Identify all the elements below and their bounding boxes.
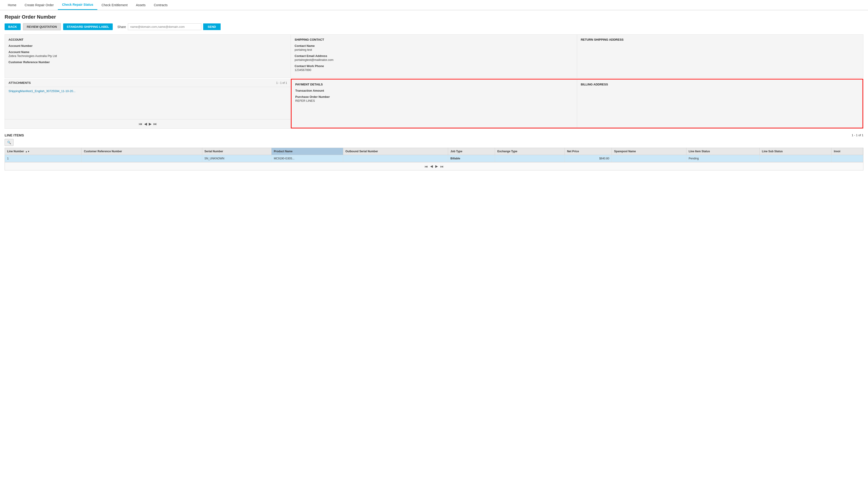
line-items-table-wrapper: Line Number ▲▼ Customer Reference Number… <box>5 148 863 171</box>
col-job-type: Job Type <box>448 148 495 155</box>
nav-item-assets[interactable]: Assets <box>132 0 150 10</box>
table-pagination-prev[interactable]: ◀ <box>430 164 433 169</box>
line-items-title: LINE ITEMS <box>5 133 24 137</box>
col-customer-ref: Customer Reference Number <box>82 148 202 155</box>
purchase-order-field: Purchase Order Number REFER LINES <box>295 95 573 102</box>
shipping-contact-title: SHIPPING CONTACT <box>294 38 573 41</box>
table-footer: ⏮ ◀ ▶ ⏭ <box>5 162 863 170</box>
billing-title: BILLING ADDRESS <box>581 83 859 86</box>
account-name-field: Account Name Zebra Technologies Australi… <box>8 50 287 58</box>
contact-email-value: portalregtest@mailinator.com <box>294 58 573 62</box>
attachments-footer: ⏮ ◀ ▶ ⏭ <box>5 119 291 128</box>
return-shipping-section: RETURN SHIPPING ADDRESS <box>577 35 863 78</box>
contact-email-field: Contact Email Address portalregtest@mail… <box>294 54 573 62</box>
pagination-prev[interactable]: ◀ <box>144 122 147 126</box>
contact-phone-label: Contact Work Phone <box>294 64 573 68</box>
review-quotation-button[interactable]: REVIEW QUOTATION <box>23 23 61 30</box>
nav-item-home[interactable]: Home <box>4 0 21 10</box>
toolbar: BACK REVIEW QUOTATION STANDARD SHIPPING … <box>5 23 863 30</box>
table-pagination-first[interactable]: ⏮ <box>425 164 428 169</box>
purchase-order-value: REFER LINES <box>295 99 573 102</box>
nav-bar: Home Create Repair Order Check Repair St… <box>0 0 868 10</box>
bottom-grid: ATTACHMENTS 1 - 1 of 1 ShippingManifest1… <box>5 79 863 129</box>
page-content: Repair Order Number BACK REVIEW QUOTATIO… <box>0 10 868 174</box>
line-items-count: 1 - 1 of 1 <box>852 133 863 137</box>
return-shipping-title: RETURN SHIPPING ADDRESS <box>581 38 860 41</box>
col-invoice: Invoi <box>832 148 863 155</box>
cell-line-item-status: Pending <box>686 155 760 162</box>
attachments-body: ShippingManifest1_English_30725594_11-10… <box>5 87 291 119</box>
col-serial-number: Serial Number <box>202 148 271 155</box>
purchase-order-label: Purchase Order Number <box>295 95 573 98</box>
col-line-item-status: Line Item Status <box>686 148 760 155</box>
attachments-header: ATTACHMENTS 1 - 1 of 1 <box>5 79 291 87</box>
share-label: Share <box>117 25 126 29</box>
cell-job-type: Billable <box>448 155 495 162</box>
nav-item-contracts[interactable]: Contracts <box>150 0 172 10</box>
customer-ref-label: Customer Reference Number <box>8 60 287 64</box>
pagination-last[interactable]: ⏭ <box>153 122 157 126</box>
col-sparepool-name: Sparepool Name <box>612 148 686 155</box>
cell-line-sub-status <box>760 155 832 162</box>
payment-title: PAYMENT DETAILS <box>295 83 573 86</box>
table-pagination-next[interactable]: ▶ <box>435 164 438 169</box>
transaction-amount-label: Transaction Amount <box>295 89 573 92</box>
contact-name-value: portalreg test <box>294 48 573 52</box>
pagination-next[interactable]: ▶ <box>149 122 152 126</box>
back-button[interactable]: BACK <box>5 24 21 30</box>
pagination-first[interactable]: ⏮ <box>139 122 142 126</box>
payment-billing-wrapper: PAYMENT DETAILS Transaction Amount Purch… <box>291 79 863 128</box>
account-section: ACCOUNT Account Number Account Name Zebr… <box>5 35 291 78</box>
cell-serial-number: SN_UNKNOWN <box>202 155 271 162</box>
cell-line-number: 1 <box>5 155 82 162</box>
search-bar: 🔍 <box>5 139 863 146</box>
customer-ref-field: Customer Reference Number <box>8 60 287 64</box>
share-section: Share SEND <box>117 24 220 30</box>
table-pagination-last[interactable]: ⏭ <box>440 164 444 169</box>
attachment-link[interactable]: ShippingManifest1_English_30725594_11-10… <box>8 89 75 93</box>
cell-product-name: MC9190-G30S... <box>271 155 343 162</box>
cell-exchange-type <box>495 155 565 162</box>
nav-item-create-repair-order[interactable]: Create Repair Order <box>21 0 58 10</box>
page-title: Repair Order Number <box>5 14 863 20</box>
share-input[interactable] <box>128 24 202 30</box>
nav-item-check-repair-status[interactable]: Check Repair Status <box>58 0 97 10</box>
standard-shipping-label-button[interactable]: STANDARD SHIPPING LABEL <box>63 24 113 30</box>
cell-net-price: $840.80 <box>564 155 612 162</box>
info-grid-top: ACCOUNT Account Number Account Name Zebr… <box>5 34 863 78</box>
payment-section: PAYMENT DETAILS Transaction Amount Purch… <box>291 80 577 128</box>
account-name-label: Account Name <box>8 50 287 54</box>
search-button[interactable]: 🔍 <box>5 139 13 146</box>
send-button[interactable]: SEND <box>203 24 221 30</box>
transaction-amount-field: Transaction Amount <box>295 89 573 92</box>
cell-outbound-serial <box>343 155 448 162</box>
attachments-title: ATTACHMENTS <box>8 81 31 85</box>
attachments-count: 1 - 1 of 1 <box>276 81 287 85</box>
col-net-price: Net Price <box>564 148 612 155</box>
nav-item-check-entitlement[interactable]: Check Entitlement <box>97 0 132 10</box>
col-exchange-type: Exchange Type <box>495 148 565 155</box>
col-line-number[interactable]: Line Number ▲▼ <box>5 148 82 155</box>
table-row[interactable]: 1 SN_UNKNOWN MC9190-G30S... Billable $84… <box>5 155 863 162</box>
sort-arrows-icon: ▲▼ <box>25 150 30 153</box>
col-outbound-serial: Outbound Serial Number <box>343 148 448 155</box>
cell-invoice <box>832 155 863 162</box>
shipping-contact-section: SHIPPING CONTACT Contact Name portalreg … <box>291 35 577 78</box>
contact-email-label: Contact Email Address <box>294 54 573 58</box>
account-name-value: Zebra Technologies Australia Pty Ltd <box>8 54 287 58</box>
line-items-table: Line Number ▲▼ Customer Reference Number… <box>5 148 863 162</box>
account-title: ACCOUNT <box>8 38 287 41</box>
contact-phone-value: 1234567890 <box>294 68 573 72</box>
cell-sparepool-name <box>612 155 686 162</box>
col-product-name: Product Name <box>271 148 343 155</box>
table-header-row: Line Number ▲▼ Customer Reference Number… <box>5 148 863 155</box>
billing-section: BILLING ADDRESS <box>577 80 863 128</box>
cell-customer-ref <box>82 155 202 162</box>
col-line-sub-status: Line Sub Status <box>760 148 832 155</box>
contact-phone-field: Contact Work Phone 1234567890 <box>294 64 573 72</box>
line-items-header: LINE ITEMS 1 - 1 of 1 <box>5 133 863 137</box>
account-number-field: Account Number <box>8 44 287 48</box>
attachments-section: ATTACHMENTS 1 - 1 of 1 ShippingManifest1… <box>5 79 291 128</box>
contact-name-field: Contact Name portalreg test <box>294 44 573 52</box>
contact-name-label: Contact Name <box>294 44 573 48</box>
